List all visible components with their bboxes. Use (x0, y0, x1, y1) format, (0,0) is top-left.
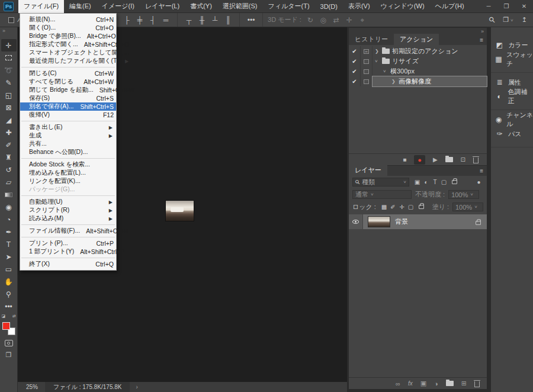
menu-item[interactable]: 保存(S) Ctrl+S ▶ (20, 94, 116, 102)
tab-layers[interactable]: レイヤー (349, 165, 387, 176)
default-colors-icon[interactable]: ◪ (2, 314, 6, 320)
path-selection-tool[interactable]: ➤ (1, 250, 17, 263)
healing-brush-tool[interactable]: ✚ (1, 126, 17, 139)
delete-action-icon[interactable] (473, 158, 479, 163)
menubar-item[interactable]: 3D(D) (315, 0, 343, 13)
menu-item[interactable]: 復帰(V) F12 ▶ (20, 111, 116, 119)
minimize-button[interactable]: ─ (480, 0, 497, 12)
action-check-icon[interactable]: ✔ (349, 56, 361, 66)
screen-mode-icon[interactable]: ❐ (6, 351, 12, 359)
action-row[interactable]: ✔ – ❯ 初期設定のアクション (349, 46, 487, 56)
menu-item[interactable]: 自動処理(U) ▶ (20, 198, 116, 206)
align-icon[interactable]: ╪ (133, 16, 146, 24)
share-icon[interactable]: ↥ (522, 16, 527, 24)
menubar-item[interactable]: ウィンドウ(W) (375, 0, 430, 13)
stop-icon[interactable]: ■ (403, 156, 406, 163)
delete-layer-icon[interactable] (474, 381, 480, 387)
opacity-input[interactable]: 100%˅ (448, 190, 479, 199)
action-row[interactable]: ✔ ❯ 画像解像度 (349, 76, 487, 86)
edit-toolbar[interactable]: ••• (1, 300, 17, 313)
panel-strip-item[interactable]: ◐色調補正 (491, 89, 533, 104)
menubar-item[interactable]: 表示(V) (343, 0, 375, 13)
menubar-item[interactable]: ファイル(F) (18, 0, 64, 13)
menubar-item[interactable]: 書式(Y) (185, 0, 217, 13)
align-icon[interactable]: ┤ (146, 16, 159, 24)
menu-item[interactable]: スマートオブジェクトとして開く... ▶ (20, 49, 116, 57)
menu-item[interactable]: スクリプト(R) ▶ (20, 206, 116, 214)
brush-tool[interactable]: ✐ (1, 139, 17, 151)
menu-item[interactable]: 埋め込みを配置(L)... ▶ (20, 169, 116, 177)
zoom-tool[interactable]: ⚲ (1, 288, 17, 300)
menu-item[interactable]: Bridge で参照(B)... Alt+Ctrl+O ▶ (20, 32, 116, 40)
distribute-icon[interactable]: ┬ (182, 16, 195, 24)
menubar-item[interactable]: 選択範囲(S) (217, 0, 263, 13)
lock-all-icon[interactable] (419, 205, 424, 209)
action-check-icon[interactable]: ✔ (349, 76, 361, 86)
type-tool[interactable]: T (1, 238, 17, 250)
menu-item[interactable]: 書き出し(E) ▶ (20, 123, 116, 131)
panel-strip-item[interactable]: ✑パス (491, 127, 533, 141)
dodge-tool[interactable]: ◔ (1, 213, 17, 226)
gradient-tool[interactable] (1, 188, 17, 201)
layer-style-icon[interactable]: fx (408, 380, 413, 387)
3d-mode-icon[interactable]: ✛ (343, 16, 356, 24)
menu-item[interactable]: 共有... ▶ (20, 140, 116, 148)
marquee-tool[interactable] (1, 52, 17, 64)
hand-tool[interactable]: ✋ (1, 275, 17, 288)
menu-item[interactable]: 開く(O)... Ctrl+O ▶ (20, 24, 116, 32)
action-dialog-toggle[interactable]: – (361, 46, 373, 56)
menu-item[interactable]: 閉じる(C) Ctrl+W ▶ (20, 69, 116, 78)
crop-tool[interactable]: ◱ (1, 89, 17, 101)
slice-tool[interactable]: ⊠ (1, 101, 17, 114)
menu-item[interactable]: Behance へ公開(D)... ▶ (20, 148, 116, 156)
workspace-switcher[interactable]: ❐ ˅ (503, 16, 513, 24)
search-icon[interactable]: ⚲ (487, 15, 497, 25)
file-size-info[interactable]: ファイル : 175.8K/175.8K (45, 382, 130, 392)
new-action-icon[interactable]: ⊡ (461, 156, 465, 163)
menu-item[interactable]: 終了(X) Ctrl+Q ▶ (20, 260, 116, 268)
tab-history[interactable]: ヒストリー (349, 34, 394, 45)
move-tool[interactable]: ✛ (1, 39, 17, 52)
bounding-box-checkbox[interactable] (8, 17, 14, 23)
distribute-icon[interactable]: ┴ (208, 16, 221, 24)
action-check-icon[interactable]: ✔ (349, 46, 361, 56)
menu-item[interactable]: プリント(P)... Ctrl+P ▶ (20, 239, 116, 248)
document-image[interactable] (166, 201, 194, 221)
menubar-item[interactable]: イメージ(I) (97, 0, 140, 13)
3d-mode-icon[interactable]: ◎ (317, 16, 330, 24)
blend-mode-select[interactable]: 通常˅ (352, 190, 412, 199)
menu-item[interactable]: 読み込み(M) ▶ (20, 214, 116, 223)
eyedropper-tool[interactable]: ◢ (1, 114, 17, 126)
adjustment-layer-icon[interactable]: ◑ (434, 380, 438, 387)
layer-filter-select[interactable]: ⚲ 種類 ˅ (352, 178, 409, 187)
close-button[interactable]: ✕ (515, 0, 533, 12)
action-dialog-toggle[interactable] (361, 56, 373, 66)
panel-menu-icon[interactable]: ≡ (480, 168, 483, 174)
action-row[interactable]: ✔ ˅ 横300px (349, 66, 487, 76)
zoom-level[interactable]: 25% (18, 384, 45, 390)
menu-item[interactable]: 最近使用したファイルを開く(T) ▶ (20, 57, 116, 65)
menubar-item[interactable]: レイヤー(L) (140, 0, 185, 13)
menu-item[interactable]: 1 部プリント(Y) Alt+Shift+Ctrl+P ▶ (20, 248, 116, 256)
lock-option-icon[interactable]: ✛ (397, 204, 406, 210)
maximize-button[interactable]: ❐ (497, 0, 515, 12)
layer-row-background[interactable]: 背景 (349, 214, 487, 229)
record-icon[interactable]: ● (414, 155, 425, 165)
layer-filter-icon[interactable]: T (431, 179, 439, 185)
tab-actions[interactable]: アクション (394, 34, 439, 45)
play-icon[interactable]: ▶ (433, 156, 438, 163)
new-layer-icon[interactable]: ⊞ (461, 380, 467, 387)
distribute-icon[interactable]: ╫ (195, 16, 208, 24)
lasso-tool[interactable]: ➰ (1, 64, 17, 76)
3d-mode-icon[interactable]: ⌖ (356, 16, 369, 24)
action-dialog-toggle[interactable] (361, 66, 373, 76)
panel-strip-item[interactable]: ▦スウォッチ (491, 52, 533, 66)
history-brush-tool[interactable]: ↺ (1, 163, 17, 176)
menu-item[interactable]: Adobe Stock を検索... ▶ (20, 160, 116, 169)
menubar-item[interactable]: ヘルプ(H) (430, 0, 470, 13)
new-group-icon[interactable] (446, 381, 454, 386)
more-options-icon[interactable]: ••• (245, 16, 258, 24)
menu-item[interactable]: ファイル情報(F)... Alt+Shift+Ctrl+I ▶ (20, 227, 116, 235)
layer-filter-icon[interactable]: ▣ (413, 179, 422, 185)
menu-item[interactable]: 閉じて Bridge を起動... Shift+Ctrl+W ▶ (20, 86, 116, 94)
